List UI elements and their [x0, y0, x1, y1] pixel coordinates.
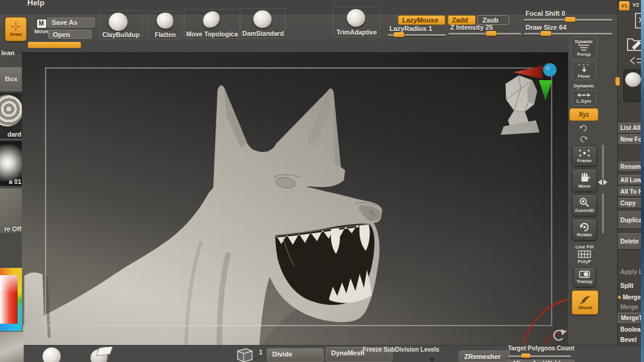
delete-button[interactable]: Delete: [618, 233, 643, 249]
spin-icon: [579, 124, 588, 132]
right-scrollbar[interactable]: [602, 145, 604, 179]
spin-icon: [579, 135, 588, 143]
rename-button[interactable]: Rename: [618, 162, 643, 171]
open-button[interactable]: Open: [48, 30, 92, 39]
menu-help[interactable]: Help: [27, 0, 44, 7]
brush-thumb-trimadaptive: [347, 9, 365, 27]
alpha-blob-icon: [0, 145, 23, 181]
flatten-sphere-icon[interactable]: [89, 347, 112, 362]
camview-head-icon: [501, 75, 540, 135]
duplicate-button[interactable]: Duplica: [618, 211, 643, 228]
color-picker-inner[interactable]: [0, 275, 18, 324]
frame-button[interactable]: Frame: [572, 146, 597, 166]
right-scrollbar[interactable]: [602, 193, 604, 233]
lsym-icon: [577, 92, 591, 98]
list-all-button[interactable]: List All: [618, 123, 643, 133]
z-intensity-slider[interactable]: Z Intensity 25: [448, 24, 521, 38]
rotate-icon: [579, 222, 590, 231]
brush-slot-flatten[interactable]: Flatten: [148, 11, 182, 39]
brush-thumb-movetopological: [202, 10, 222, 29]
xyz-button[interactable]: Xyz: [569, 108, 598, 121]
brush-slot-claybuildup[interactable]: ClayBuildup: [99, 10, 143, 39]
draw-size-handle[interactable]: [541, 31, 551, 36]
axis-z-sphere: [543, 63, 557, 77]
tab-v1[interactable]: V1: [619, 1, 629, 10]
spin-y-button[interactable]: [579, 123, 590, 132]
merge-dim-item[interactable]: Merge: [618, 303, 643, 311]
focal-shift-slider[interactable]: Focal Shift 0: [524, 10, 612, 24]
draw-crosshair-icon: [11, 22, 21, 32]
material-sphere-icon[interactable]: [43, 347, 62, 362]
floor-button[interactable]: x y z Floor: [572, 61, 596, 80]
cube-icon[interactable]: [233, 345, 256, 362]
subdiv-level-value: 1: [259, 349, 262, 356]
target-polygons-handle[interactable]: [521, 353, 530, 358]
screen-edge-glow: [641, 0, 644, 362]
bevel-item[interactable]: Bevel: [618, 336, 643, 344]
zbrush-window: Help Draw M Move Save As Open ClayBuildu…: [0, 0, 644, 362]
left-shelf-boolean-label[interactable]: lean: [1, 49, 15, 56]
frame-icon: [578, 149, 591, 157]
apply-last-item[interactable]: Apply L: [618, 267, 643, 276]
all-low-button[interactable]: All Low: [618, 175, 643, 185]
lsym-button[interactable]: L.Sym: [572, 90, 596, 106]
save-as-button[interactable]: Save As: [47, 18, 95, 27]
boolean-item[interactable]: Boolea: [618, 326, 643, 333]
hand-icon: [579, 172, 591, 183]
split-item[interactable]: Split: [618, 282, 643, 290]
merge-item[interactable]: Merge: [615, 293, 643, 301]
texture-thumb[interactable]: re Off: [0, 188, 23, 234]
sculpt-canvas[interactable]: [22, 52, 568, 346]
alpha-thumb[interactable]: a 01: [0, 140, 23, 186]
brush-slot-movetopological[interactable]: Move Topologica: [184, 9, 240, 39]
transp-button[interactable]: Transp: [573, 267, 596, 287]
ghost-button[interactable]: Ghost: [572, 290, 598, 315]
freeze-toggle-dot[interactable]: [430, 358, 434, 361]
move-canvas-button[interactable]: Move: [572, 169, 597, 192]
polyframe-icon: [578, 250, 591, 258]
brush-slot-trimadaptive[interactable]: TrimAdaptive: [333, 7, 380, 37]
axis-y-cone: [539, 80, 552, 101]
mirror-weld-button[interactable]: Mirror And Weld: [508, 360, 575, 362]
stroke-coil-icon: [0, 95, 23, 126]
draw-mode-button[interactable]: Draw: [5, 17, 27, 41]
arrow-left-icon: [598, 179, 602, 185]
dog-sculpture: [22, 52, 568, 346]
freeze-subdiv-label[interactable]: Freeze SubDivision Levels: [363, 346, 439, 353]
target-polygons-slider[interactable]: Target Polygons Count: [508, 345, 576, 361]
persp-icon: [578, 44, 590, 51]
color-picker[interactable]: [0, 268, 25, 331]
spin-z-button[interactable]: [579, 134, 590, 143]
copy-button[interactable]: Copy: [618, 198, 643, 208]
all-to-high-button[interactable]: All To H: [618, 186, 643, 196]
rotate-button[interactable]: Rotate: [572, 219, 597, 241]
tab-v2[interactable]: V2: [632, 2, 639, 8]
tool-thumb-blob: [625, 72, 641, 87]
polyframe-button[interactable]: Line Fill PolyF: [570, 242, 598, 265]
brush-thumb-flatten: [157, 13, 173, 29]
tray-grip-pill[interactable]: [615, 77, 620, 86]
brush-thumb-damstandard: [253, 10, 272, 28]
magnifier-icon: [579, 197, 590, 207]
zremesher-button[interactable]: ZRemesher: [459, 350, 510, 362]
box-button[interactable]: Box: [0, 67, 23, 90]
lazy-radius-slider[interactable]: LazyRadius 1: [388, 25, 446, 39]
brush-slot-damstandard[interactable]: DamStandard: [241, 8, 286, 38]
zoom3d-button[interactable]: Zoom3D: [572, 194, 597, 216]
merge-active-dot: [618, 296, 621, 299]
move-m-icon: M: [36, 19, 47, 29]
tray-toggle-arrows[interactable]: [598, 179, 609, 186]
lazy-radius-handle[interactable]: [394, 32, 404, 37]
divide-button[interactable]: Divide: [267, 348, 324, 362]
z-intensity-handle[interactable]: [486, 31, 496, 36]
material-thumb[interactable]: [0, 332, 24, 362]
new-folder-button[interactable]: New Fol: [618, 134, 643, 145]
persp-button[interactable]: Dynamic Persp: [570, 36, 597, 60]
arrow-right-icon: [603, 179, 608, 185]
merge-tris-button[interactable]: MergeT: [618, 313, 643, 323]
focal-shift-handle[interactable]: [565, 17, 575, 22]
tray-grip-bar[interactable]: [28, 42, 81, 48]
floor-arrow-icon: [580, 67, 588, 73]
stroke-thumb-standard[interactable]: dard: [0, 92, 23, 139]
lazymouse-button[interactable]: LazyMouse: [398, 15, 445, 25]
